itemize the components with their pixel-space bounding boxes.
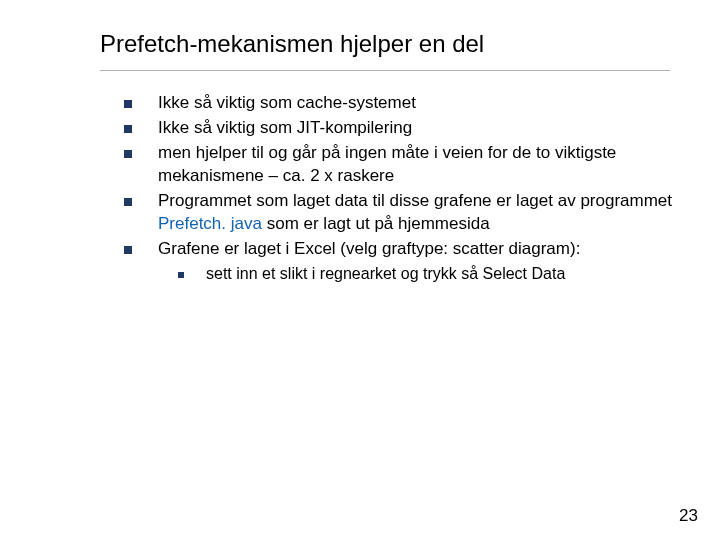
list-item: men hjelper til og går på ingen måte i v… — [124, 142, 684, 188]
title-rule — [100, 70, 670, 71]
bullet-text: Grafene er laget i Excel (velg graftype:… — [158, 238, 684, 261]
bullet-text-pre: Programmet som laget data til disse graf… — [158, 191, 672, 210]
list-item: Ikke så viktig som JIT-kompilering — [124, 117, 684, 140]
bullet-text: Programmet som laget data til disse graf… — [158, 190, 684, 236]
square-bullet-icon — [124, 100, 132, 108]
bullet-text-post: som er lagt ut på hjemmesida — [267, 214, 490, 233]
slide-title: Prefetch-mekanismen hjelper en del — [100, 30, 680, 58]
list-item: Grafene er laget i Excel (velg graftype:… — [124, 238, 684, 261]
sub-bullet-text: sett inn et slikt i regnearket og trykk … — [206, 263, 565, 285]
slide: Prefetch-mekanismen hjelper en del Ikke … — [0, 0, 720, 540]
square-bullet-icon — [124, 198, 132, 206]
square-bullet-icon — [124, 246, 132, 254]
bullet-text: Ikke så viktig som JIT-kompilering — [158, 117, 684, 140]
square-bullet-icon — [124, 150, 132, 158]
link-text: Prefetch. java — [158, 214, 267, 233]
sub-list-item: sett inn et slikt i regnearket og trykk … — [178, 263, 684, 285]
slide-body: Ikke så viktig som cache-systemet Ikke s… — [124, 92, 684, 284]
list-item: Programmet som laget data til disse graf… — [124, 190, 684, 236]
bullet-text: men hjelper til og går på ingen måte i v… — [158, 142, 684, 188]
square-bullet-icon — [178, 272, 184, 278]
square-bullet-icon — [124, 125, 132, 133]
page-number: 23 — [679, 506, 698, 526]
list-item: Ikke så viktig som cache-systemet — [124, 92, 684, 115]
bullet-text: Ikke så viktig som cache-systemet — [158, 92, 684, 115]
